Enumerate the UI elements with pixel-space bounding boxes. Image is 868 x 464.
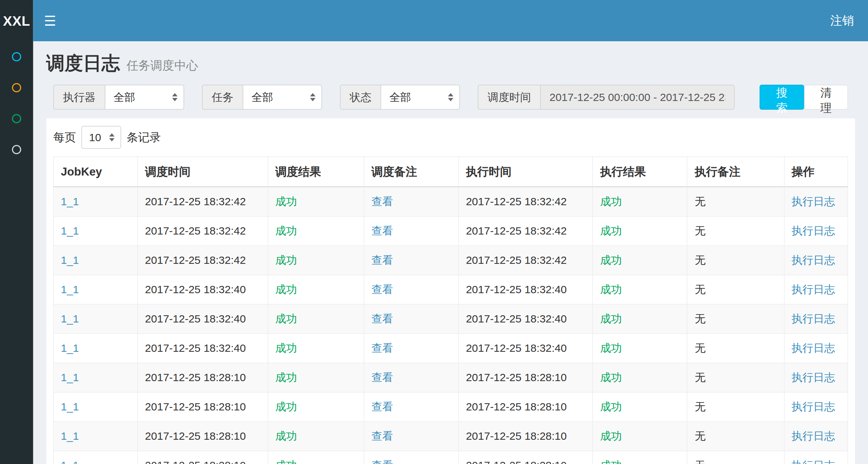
action-cell: 执行日志 [784, 422, 848, 451]
jobkey-cell: 1_1 [54, 334, 138, 363]
jobkey-link[interactable]: 1_1 [61, 254, 79, 266]
table-row: 1_1 2017-12-25 18:32:42 成功 查看 2017-12-25… [54, 246, 848, 275]
jobkey-link[interactable]: 1_1 [61, 342, 79, 354]
jobkey-link[interactable]: 1_1 [61, 283, 79, 295]
handle-msg-cell: 无 [687, 304, 784, 334]
jobkey-cell: 1_1 [54, 451, 138, 464]
log-table: JobKey 调度时间 调度结果 调度备注 执行时间 执行结果 执行备注 操作 … [53, 156, 848, 464]
job-label: 任务 [202, 85, 243, 110]
search-button[interactable]: 搜索 [760, 85, 804, 110]
trigger-msg-link[interactable]: 查看 [371, 401, 393, 413]
action-cell: 执行日志 [784, 187, 848, 216]
trigger-msg-link[interactable]: 查看 [371, 283, 393, 295]
header-handle-result[interactable]: 执行结果 [593, 157, 687, 187]
trigger-msg-link[interactable]: 查看 [371, 342, 393, 354]
handle-time-cell: 2017-12-25 18:32:42 [459, 216, 593, 246]
execution-log-link[interactable]: 执行日志 [792, 225, 835, 237]
header-jobkey[interactable]: JobKey [54, 157, 138, 187]
handle-msg-cell: 无 [687, 451, 784, 464]
jobkey-cell: 1_1 [54, 422, 138, 451]
jobkey-cell: 1_1 [54, 187, 138, 216]
execution-log-link[interactable]: 执行日志 [792, 371, 835, 383]
trigger-msg-link[interactable]: 查看 [371, 254, 393, 266]
log-table-panel: 每页 10 条记录 JobKey 调度时间 调度结果 调度备 [46, 118, 855, 464]
action-cell: 执行日志 [784, 392, 848, 422]
sidebar-toggle-icon[interactable]: ☰ [44, 14, 56, 28]
trigger-msg-link[interactable]: 查看 [371, 195, 393, 207]
jobkey-link[interactable]: 1_1 [61, 225, 79, 237]
action-cell: 执行日志 [784, 451, 848, 464]
trigger-msg-link[interactable]: 查看 [371, 459, 393, 464]
trigger-msg-link[interactable]: 查看 [371, 225, 393, 237]
execution-log-link[interactable]: 执行日志 [792, 283, 835, 295]
jobkey-cell: 1_1 [54, 363, 138, 392]
handle-time-cell: 2017-12-25 18:32:40 [459, 275, 593, 304]
executor-select-value: 全部 [114, 90, 135, 105]
trigger-msg-cell: 查看 [364, 246, 459, 275]
job-select[interactable]: 全部 [243, 85, 322, 110]
handle-time-cell: 2017-12-25 18:32:40 [459, 304, 593, 334]
job-select-value: 全部 [252, 90, 273, 105]
header-trigger-msg[interactable]: 调度备注 [364, 157, 459, 187]
trigger-time-range-input[interactable] [540, 85, 735, 110]
sidebar-menu-item-2[interactable] [0, 72, 33, 104]
trigger-time-filter-group: 调度时间 [478, 85, 735, 110]
trigger-result-cell: 成功 [268, 246, 364, 275]
execution-log-link[interactable]: 执行日志 [792, 254, 835, 266]
handle-result-cell: 成功 [593, 246, 687, 275]
page-size-select[interactable]: 10 [81, 126, 121, 149]
handle-time-cell: 2017-12-25 18:28:10 [459, 363, 593, 392]
trigger-time-label: 调度时间 [478, 85, 540, 110]
handle-msg-cell: 无 [687, 216, 784, 246]
executor-select[interactable]: 全部 [105, 85, 184, 110]
trigger-msg-link[interactable]: 查看 [371, 371, 393, 383]
status-select[interactable]: 全部 [381, 85, 460, 110]
execution-log-link[interactable]: 执行日志 [792, 342, 835, 354]
header-trigger-time[interactable]: 调度时间 [138, 157, 268, 187]
trigger-time-cell: 2017-12-25 18:32:40 [138, 304, 268, 334]
status-label: 状态 [340, 85, 381, 110]
executor-label: 执行器 [53, 85, 105, 110]
app-window: XXL ☰ 注销 调度日志 任务调度中心 执行器 [0, 0, 868, 464]
jobkey-link[interactable]: 1_1 [61, 195, 79, 207]
header-handle-msg[interactable]: 执行备注 [687, 157, 784, 187]
jobkey-link[interactable]: 1_1 [61, 459, 79, 464]
trigger-time-cell: 2017-12-25 18:28:10 [138, 363, 268, 392]
execution-log-link[interactable]: 执行日志 [792, 195, 835, 207]
handle-msg-cell: 无 [687, 246, 784, 275]
clear-button[interactable]: 清理 [804, 85, 848, 110]
handle-result-cell: 成功 [593, 392, 687, 422]
sidebar-menu-item-3[interactable] [0, 103, 33, 134]
sidebar-menu-item-1[interactable] [0, 41, 33, 72]
handle-result-cell: 成功 [593, 363, 687, 392]
header-handle-time[interactable]: 执行时间 [459, 157, 593, 187]
content-header: 调度日志 任务调度中心 [46, 47, 855, 85]
execution-log-link[interactable]: 执行日志 [792, 401, 835, 413]
circle-outline-icon [12, 52, 21, 62]
action-cell: 执行日志 [784, 363, 848, 392]
sidebar-menu-item-4[interactable] [0, 134, 33, 165]
handle-result-cell: 成功 [593, 334, 687, 363]
trigger-msg-link[interactable]: 查看 [371, 430, 393, 442]
app-logo[interactable]: XXL [0, 0, 33, 41]
execution-log-link[interactable]: 执行日志 [792, 459, 835, 464]
table-row: 1_1 2017-12-25 18:28:10 成功 查看 2017-12-25… [54, 451, 848, 464]
select-arrows-icon [448, 93, 454, 101]
execution-log-link[interactable]: 执行日志 [792, 430, 835, 442]
jobkey-link[interactable]: 1_1 [61, 401, 79, 413]
jobkey-link[interactable]: 1_1 [61, 313, 79, 325]
logout-link[interactable]: 注销 [830, 13, 854, 29]
header-action[interactable]: 操作 [784, 157, 848, 187]
page-size-control: 每页 10 条记录 [53, 126, 848, 149]
executor-filter-group: 执行器 全部 [53, 85, 184, 110]
action-cell: 执行日志 [784, 246, 848, 275]
execution-log-link[interactable]: 执行日志 [792, 313, 835, 325]
header-trigger-result[interactable]: 调度结果 [268, 157, 364, 187]
handle-msg-cell: 无 [687, 422, 784, 451]
jobkey-link[interactable]: 1_1 [61, 371, 79, 383]
jobkey-link[interactable]: 1_1 [61, 430, 79, 442]
jobkey-cell: 1_1 [54, 304, 138, 334]
handle-msg-cell: 无 [687, 363, 784, 392]
select-arrows-icon [310, 93, 316, 101]
trigger-msg-link[interactable]: 查看 [371, 313, 393, 325]
